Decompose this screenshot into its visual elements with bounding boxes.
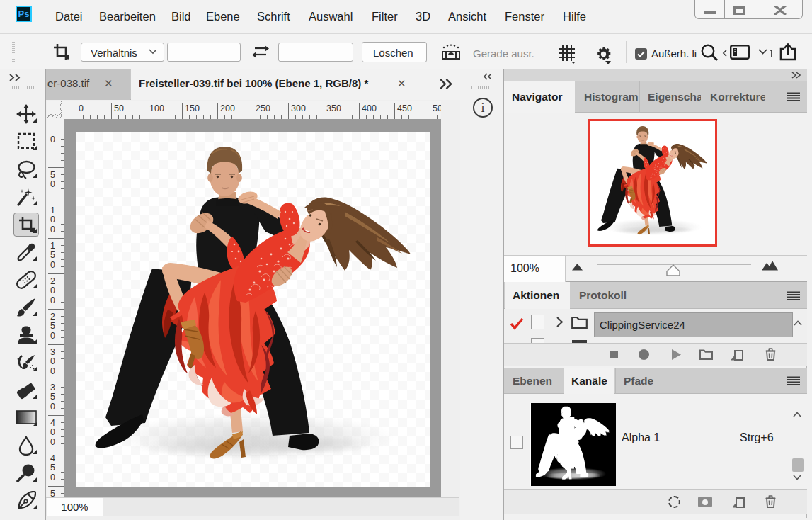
svg-text:200: 200 [220,103,235,113]
svg-text:50: 50 [114,103,124,113]
svg-text:1: 1 [50,241,55,251]
svg-text:0: 0 [50,356,55,366]
svg-text:4: 4 [50,453,55,463]
svg-text:0: 0 [79,103,84,113]
svg-text:500: 500 [433,103,441,113]
svg-text:5: 5 [50,170,55,180]
svg-text:0: 0 [50,295,55,305]
svg-text:0: 0 [50,179,55,189]
svg-text:300: 300 [291,103,306,113]
svg-text:350: 350 [326,103,341,113]
svg-text:0: 0 [50,473,55,482]
svg-text:1: 1 [50,205,55,215]
svg-text:0: 0 [50,286,55,295]
svg-text:250: 250 [256,103,270,113]
svg-text:5: 5 [50,392,55,402]
svg-text:0: 0 [50,135,55,145]
svg-text:450: 450 [397,103,412,113]
svg-text:0: 0 [50,427,55,437]
svg-text:0: 0 [50,402,55,412]
svg-text:0: 0 [50,225,55,234]
svg-text:2: 2 [50,276,55,286]
svg-text:0: 0 [50,366,55,376]
svg-text:100: 100 [149,103,164,113]
svg-text:4: 4 [50,418,55,428]
svg-text:0: 0 [50,215,55,225]
svg-text:5: 5 [50,250,55,260]
svg-text:2: 2 [50,312,55,322]
svg-text:400: 400 [362,103,377,113]
svg-text:5: 5 [50,489,55,498]
svg-text:0: 0 [50,331,55,341]
svg-text:150: 150 [185,103,200,113]
svg-text:0: 0 [50,437,55,447]
svg-text:3: 3 [50,383,55,392]
svg-text:0: 0 [50,260,55,270]
svg-text:3: 3 [50,347,55,357]
svg-text:5: 5 [50,321,55,331]
svg-text:5: 5 [50,463,55,473]
